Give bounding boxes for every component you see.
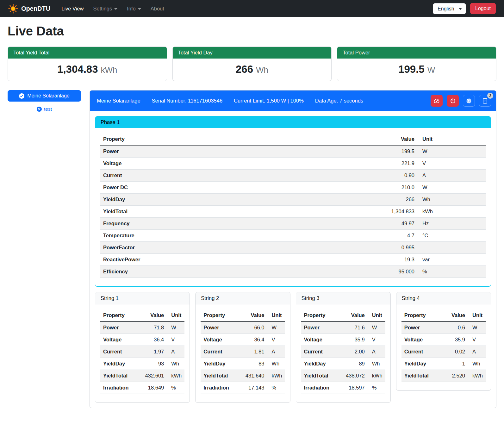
sun-icon bbox=[8, 4, 18, 14]
table-row: Power66.0W bbox=[201, 321, 285, 334]
table-header-row: Property Value Unit bbox=[100, 133, 486, 145]
table-row: Power71.6W bbox=[301, 321, 385, 334]
sidebar-item-meine-solaranlage[interactable]: Meine Solaranlage bbox=[8, 90, 81, 102]
property-cell: Current bbox=[100, 346, 140, 358]
string-4-body: Property Value Unit Power0.6W Voltage35.… bbox=[396, 304, 491, 390]
string-2-card: String 2 Property Value Unit bbox=[195, 292, 290, 403]
power-icon bbox=[450, 98, 456, 104]
property-cell: Irradiation bbox=[301, 382, 340, 394]
card-body: 1,304.83kWh bbox=[8, 59, 167, 81]
property-cell: Temperature bbox=[100, 230, 371, 242]
property-cell: Voltage bbox=[301, 334, 340, 346]
power-settings-button[interactable] bbox=[447, 95, 459, 107]
value-cell: 49.97 bbox=[371, 218, 417, 230]
unit-cell: °C bbox=[417, 230, 486, 242]
card-value: 199.5 bbox=[398, 63, 425, 75]
string-4-title: String 4 bbox=[396, 292, 491, 304]
value-cell: 36.4 bbox=[140, 334, 167, 346]
card-body: 266Wh bbox=[173, 59, 332, 81]
chevron-down-icon bbox=[114, 8, 117, 10]
table-row: Power199.5W bbox=[100, 145, 486, 158]
value-cell: 1.81 bbox=[240, 346, 267, 358]
col-unit: Unit bbox=[267, 309, 285, 321]
string-2-table: Property Value Unit Power66.0W Voltage36… bbox=[201, 309, 285, 394]
phase-1-table: Property Value Unit Power199.5W Voltage2… bbox=[100, 133, 486, 278]
page-title: Live Data bbox=[8, 24, 496, 38]
language-select-wrap: English bbox=[433, 3, 466, 14]
table-row: Power71.8W bbox=[100, 321, 184, 334]
card-unit: Wh bbox=[256, 65, 268, 75]
table-row: Current1.97A bbox=[100, 346, 184, 358]
col-property: Property bbox=[100, 309, 140, 321]
col-value: Value bbox=[371, 133, 417, 145]
string-1-body: Property Value Unit Power71.8W Voltage36… bbox=[95, 304, 190, 402]
unit-cell: var bbox=[417, 254, 486, 266]
phase-1-card: Phase 1 Property Value Unit bbox=[95, 116, 491, 287]
sidebar-item-label: test bbox=[44, 106, 52, 112]
value-cell: 93 bbox=[140, 358, 167, 370]
table-header-row: Property Value Unit bbox=[100, 309, 184, 321]
value-cell: 0.6 bbox=[441, 321, 468, 334]
property-cell: Voltage bbox=[100, 158, 371, 170]
brand[interactable]: OpenDTU bbox=[8, 4, 50, 14]
nav-item-about[interactable]: About bbox=[146, 3, 168, 14]
sidebar-item-test[interactable]: test bbox=[37, 106, 52, 112]
total-yield-total-card: Total Yield Total 1,304.83kWh bbox=[8, 47, 167, 81]
property-cell: Power DC bbox=[100, 182, 371, 194]
unit-cell: A bbox=[417, 170, 486, 182]
table-row: Irradiation18.597% bbox=[301, 382, 385, 394]
content-row: Meine Solaranlage test Meine Solaranlage bbox=[8, 90, 496, 408]
property-cell: YieldTotal bbox=[401, 370, 441, 382]
brand-label: OpenDTU bbox=[21, 5, 50, 12]
property-cell: Power bbox=[100, 321, 140, 334]
value-cell: 1.97 bbox=[140, 346, 167, 358]
unit-cell: A bbox=[167, 346, 184, 358]
unit-cell: A bbox=[368, 346, 385, 358]
inverter-panel-body: Phase 1 Property Value Unit bbox=[90, 111, 496, 408]
device-info-button[interactable] bbox=[463, 95, 475, 107]
nav-item-label: Info bbox=[127, 6, 136, 12]
inverter-sidebar: Meine Solaranlage test bbox=[8, 90, 81, 112]
string-1-card: String 1 Property Value Unit bbox=[95, 292, 190, 403]
value-cell: 438.072 bbox=[340, 370, 368, 382]
property-cell: Voltage bbox=[401, 334, 441, 346]
property-cell: Efficiency bbox=[100, 266, 371, 278]
unit-cell: W bbox=[417, 182, 486, 194]
events-button[interactable]: 2 bbox=[479, 95, 491, 107]
property-cell: YieldDay bbox=[301, 358, 340, 370]
table-row: Voltage35.9V bbox=[301, 334, 385, 346]
table-row: YieldDay93Wh bbox=[100, 358, 184, 370]
unit-cell: A bbox=[267, 346, 285, 358]
unit-cell: W bbox=[167, 321, 184, 334]
events-count-badge: 2 bbox=[487, 93, 493, 99]
table-row: Irradiation18.649% bbox=[100, 382, 184, 394]
nav-item-settings[interactable]: Settings bbox=[89, 3, 122, 14]
gauge-icon bbox=[433, 98, 440, 104]
property-cell: YieldTotal bbox=[301, 370, 340, 382]
col-value: Value bbox=[140, 309, 167, 321]
language-select[interactable]: English bbox=[433, 3, 466, 14]
inverter-serial: Serial Number: 116171603546 bbox=[152, 98, 223, 104]
value-cell: 71.8 bbox=[140, 321, 167, 334]
value-cell: 2.520 bbox=[441, 370, 468, 382]
col-unit: Unit bbox=[468, 309, 486, 321]
unit-cell: kWh bbox=[368, 370, 385, 382]
table-row: YieldDay83Wh bbox=[201, 358, 285, 370]
limit-settings-button[interactable] bbox=[431, 95, 443, 107]
string-2-title: String 2 bbox=[196, 292, 290, 304]
x-circle-icon bbox=[37, 107, 42, 112]
sidebar-item-test-wrap: test bbox=[8, 106, 81, 112]
phase-1-title: Phase 1 bbox=[95, 116, 491, 128]
col-value: Value bbox=[240, 309, 267, 321]
check-circle-icon bbox=[19, 93, 24, 99]
nav-item-info[interactable]: Info bbox=[123, 3, 145, 14]
nav-item-live-view[interactable]: Live View bbox=[57, 3, 88, 14]
string-3-title: String 3 bbox=[296, 292, 390, 304]
unit-cell: kWh bbox=[468, 370, 486, 382]
table-row: Power0.6W bbox=[401, 321, 486, 334]
logout-button[interactable]: Logout bbox=[470, 3, 496, 14]
unit-cell: V bbox=[167, 334, 184, 346]
string-4-card: String 4 Property Value Unit bbox=[396, 292, 491, 391]
unit-cell: Wh bbox=[417, 194, 486, 206]
property-cell: Power bbox=[301, 321, 340, 334]
